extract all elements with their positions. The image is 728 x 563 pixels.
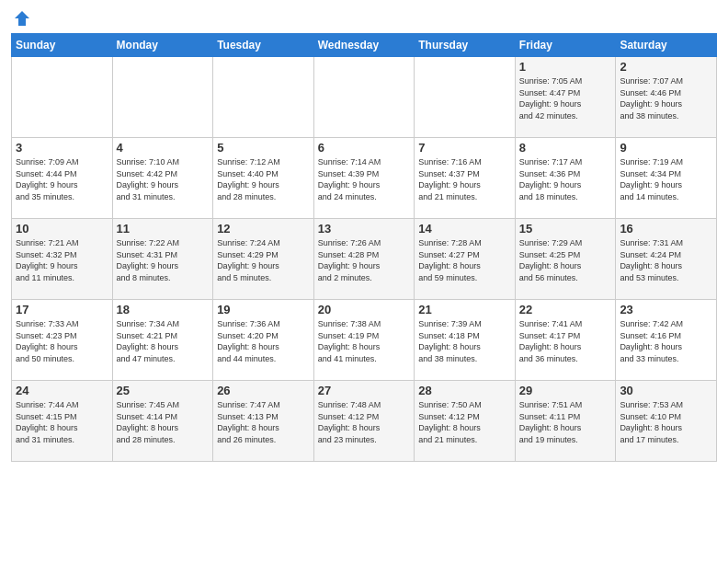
day-number: 6 — [318, 141, 411, 155]
day-cell — [313, 57, 415, 138]
header — [11, 9, 717, 28]
day-cell: 23Sunrise: 7:42 AMSunset: 4:16 PMDayligh… — [616, 300, 717, 381]
day-cell — [12, 57, 113, 138]
day-number: 27 — [318, 384, 411, 397]
day-cell: 9Sunrise: 7:19 AMSunset: 4:34 PMDaylight… — [616, 138, 717, 219]
day-info: Sunrise: 7:17 AMSunset: 4:36 PMDaylight:… — [519, 156, 612, 202]
day-cell: 20Sunrise: 7:38 AMSunset: 4:19 PMDayligh… — [313, 300, 415, 381]
day-cell: 29Sunrise: 7:51 AMSunset: 4:11 PMDayligh… — [515, 381, 616, 462]
day-number: 22 — [519, 303, 612, 316]
day-info: Sunrise: 7:38 AMSunset: 4:19 PMDaylight:… — [318, 318, 411, 364]
day-number: 9 — [620, 141, 712, 155]
day-number: 5 — [217, 141, 310, 155]
weekday-header-monday: Monday — [112, 34, 213, 57]
day-cell — [112, 57, 213, 138]
day-cell: 26Sunrise: 7:47 AMSunset: 4:13 PMDayligh… — [213, 381, 314, 462]
day-info: Sunrise: 7:10 AMSunset: 4:42 PMDaylight:… — [117, 156, 210, 202]
day-cell: 17Sunrise: 7:33 AMSunset: 4:23 PMDayligh… — [12, 300, 113, 381]
day-info: Sunrise: 7:39 AMSunset: 4:18 PMDaylight:… — [418, 318, 511, 364]
day-cell: 8Sunrise: 7:17 AMSunset: 4:36 PMDaylight… — [515, 138, 616, 219]
weekday-header-saturday: Saturday — [616, 34, 717, 57]
day-cell: 1Sunrise: 7:05 AMSunset: 4:47 PMDaylight… — [515, 57, 616, 138]
week-row-3: 17Sunrise: 7:33 AMSunset: 4:23 PMDayligh… — [12, 300, 717, 381]
day-info: Sunrise: 7:51 AMSunset: 4:11 PMDaylight:… — [519, 399, 612, 445]
day-info: Sunrise: 7:16 AMSunset: 4:37 PMDaylight:… — [418, 156, 511, 202]
day-info: Sunrise: 7:24 AMSunset: 4:29 PMDaylight:… — [217, 237, 310, 283]
day-cell: 11Sunrise: 7:22 AMSunset: 4:31 PMDayligh… — [112, 219, 213, 300]
svg-marker-0 — [15, 11, 29, 26]
day-number: 11 — [117, 222, 210, 236]
day-cell: 12Sunrise: 7:24 AMSunset: 4:29 PMDayligh… — [213, 219, 314, 300]
page: SundayMondayTuesdayWednesdayThursdayFrid… — [0, 0, 728, 563]
day-cell: 10Sunrise: 7:21 AMSunset: 4:32 PMDayligh… — [12, 219, 113, 300]
day-cell: 25Sunrise: 7:45 AMSunset: 4:14 PMDayligh… — [112, 381, 213, 462]
day-cell: 7Sunrise: 7:16 AMSunset: 4:37 PMDaylight… — [415, 138, 516, 219]
day-info: Sunrise: 7:21 AMSunset: 4:32 PMDaylight:… — [16, 237, 108, 283]
day-info: Sunrise: 7:47 AMSunset: 4:13 PMDaylight:… — [217, 399, 310, 445]
day-info: Sunrise: 7:45 AMSunset: 4:14 PMDaylight:… — [117, 399, 210, 445]
week-row-1: 3Sunrise: 7:09 AMSunset: 4:44 PMDaylight… — [12, 138, 717, 219]
logo-icon — [13, 9, 31, 28]
day-info: Sunrise: 7:26 AMSunset: 4:28 PMDaylight:… — [318, 237, 411, 283]
day-number: 26 — [217, 384, 310, 397]
day-cell: 4Sunrise: 7:10 AMSunset: 4:42 PMDaylight… — [112, 138, 213, 219]
day-cell: 19Sunrise: 7:36 AMSunset: 4:20 PMDayligh… — [213, 300, 314, 381]
day-number: 30 — [620, 384, 712, 397]
day-cell: 16Sunrise: 7:31 AMSunset: 4:24 PMDayligh… — [616, 219, 717, 300]
day-info: Sunrise: 7:36 AMSunset: 4:20 PMDaylight:… — [217, 318, 310, 364]
day-cell: 2Sunrise: 7:07 AMSunset: 4:46 PMDaylight… — [616, 57, 717, 138]
day-number: 16 — [620, 222, 712, 236]
day-info: Sunrise: 7:53 AMSunset: 4:10 PMDaylight:… — [620, 399, 712, 445]
day-number: 15 — [519, 222, 612, 236]
day-number: 10 — [16, 222, 108, 236]
day-info: Sunrise: 7:33 AMSunset: 4:23 PMDaylight:… — [16, 318, 108, 364]
calendar-body: 1Sunrise: 7:05 AMSunset: 4:47 PMDaylight… — [12, 57, 717, 462]
day-number: 2 — [620, 60, 712, 74]
day-info: Sunrise: 7:31 AMSunset: 4:24 PMDaylight:… — [620, 237, 712, 283]
week-row-0: 1Sunrise: 7:05 AMSunset: 4:47 PMDaylight… — [12, 57, 717, 138]
day-info: Sunrise: 7:41 AMSunset: 4:17 PMDaylight:… — [519, 318, 612, 364]
weekday-header-thursday: Thursday — [415, 34, 516, 57]
day-cell: 14Sunrise: 7:28 AMSunset: 4:27 PMDayligh… — [415, 219, 516, 300]
day-info: Sunrise: 7:05 AMSunset: 4:47 PMDaylight:… — [519, 75, 612, 121]
day-number: 14 — [418, 222, 511, 236]
day-cell: 6Sunrise: 7:14 AMSunset: 4:39 PMDaylight… — [313, 138, 415, 219]
day-number: 28 — [418, 384, 511, 397]
day-info: Sunrise: 7:12 AMSunset: 4:40 PMDaylight:… — [217, 156, 310, 202]
day-number: 13 — [318, 222, 411, 236]
day-cell: 28Sunrise: 7:50 AMSunset: 4:12 PMDayligh… — [415, 381, 516, 462]
day-number: 17 — [16, 303, 108, 316]
day-cell: 22Sunrise: 7:41 AMSunset: 4:17 PMDayligh… — [515, 300, 616, 381]
day-cell: 24Sunrise: 7:44 AMSunset: 4:15 PMDayligh… — [12, 381, 113, 462]
day-number: 7 — [418, 141, 511, 155]
day-info: Sunrise: 7:48 AMSunset: 4:12 PMDaylight:… — [318, 399, 411, 445]
day-number: 12 — [217, 222, 310, 236]
day-cell: 27Sunrise: 7:48 AMSunset: 4:12 PMDayligh… — [313, 381, 415, 462]
day-cell: 3Sunrise: 7:09 AMSunset: 4:44 PMDaylight… — [12, 138, 113, 219]
day-info: Sunrise: 7:19 AMSunset: 4:34 PMDaylight:… — [620, 156, 712, 202]
day-number: 25 — [117, 384, 210, 397]
calendar: SundayMondayTuesdayWednesdayThursdayFrid… — [11, 33, 717, 462]
day-info: Sunrise: 7:50 AMSunset: 4:12 PMDaylight:… — [418, 399, 511, 445]
day-info: Sunrise: 7:07 AMSunset: 4:46 PMDaylight:… — [620, 75, 712, 121]
day-number: 3 — [16, 141, 108, 155]
day-number: 24 — [16, 384, 108, 397]
day-cell: 30Sunrise: 7:53 AMSunset: 4:10 PMDayligh… — [616, 381, 717, 462]
week-row-4: 24Sunrise: 7:44 AMSunset: 4:15 PMDayligh… — [12, 381, 717, 462]
day-number: 19 — [217, 303, 310, 316]
day-number: 8 — [519, 141, 612, 155]
week-row-2: 10Sunrise: 7:21 AMSunset: 4:32 PMDayligh… — [12, 219, 717, 300]
weekday-header-wednesday: Wednesday — [313, 34, 415, 57]
day-number: 29 — [519, 384, 612, 397]
day-number: 18 — [117, 303, 210, 316]
weekday-header-tuesday: Tuesday — [213, 34, 314, 57]
day-number: 21 — [418, 303, 511, 316]
day-info: Sunrise: 7:22 AMSunset: 4:31 PMDaylight:… — [117, 237, 210, 283]
logo — [11, 9, 31, 28]
day-info: Sunrise: 7:09 AMSunset: 4:44 PMDaylight:… — [16, 156, 108, 202]
weekday-header-sunday: Sunday — [12, 34, 113, 57]
weekday-row: SundayMondayTuesdayWednesdayThursdayFrid… — [12, 34, 717, 57]
day-cell: 13Sunrise: 7:26 AMSunset: 4:28 PMDayligh… — [313, 219, 415, 300]
day-info: Sunrise: 7:28 AMSunset: 4:27 PMDaylight:… — [418, 237, 511, 283]
day-cell — [415, 57, 516, 138]
